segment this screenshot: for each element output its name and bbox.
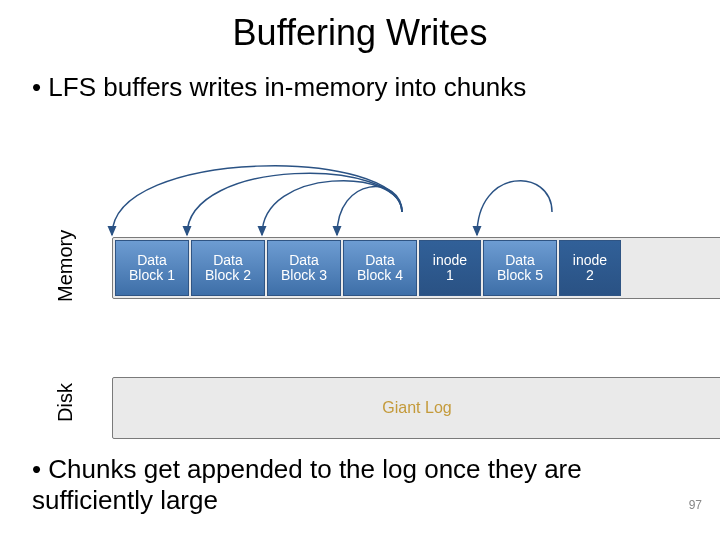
bullet-top: • LFS buffers writes in-memory into chun… (32, 72, 720, 103)
bullet-bottom: • Chunks get appended to the log once th… (32, 454, 680, 516)
bullet-top-text: LFS buffers writes in-memory into chunks (48, 72, 526, 102)
data-block: DataBlock 2 (191, 240, 265, 296)
memory-label: Memory (54, 230, 77, 302)
page-number: 97 (689, 498, 702, 512)
block-line1: Data (484, 253, 556, 268)
block-line1: inode (420, 253, 480, 268)
memory-bar: DataBlock 1DataBlock 2DataBlock 3DataBlo… (112, 237, 720, 299)
disk-label: Disk (54, 383, 77, 422)
block-line1: Data (268, 253, 340, 268)
data-block: DataBlock 5 (483, 240, 557, 296)
block-line2: Block 4 (344, 268, 416, 283)
block-line2: Block 5 (484, 268, 556, 283)
disk-bar: Giant Log (112, 377, 720, 439)
inode-block: inode1 (419, 240, 481, 296)
block-line1: Data (192, 253, 264, 268)
bullet-bottom-text: Chunks get appended to the log once they… (32, 454, 582, 515)
block-line2: 2 (560, 268, 620, 283)
write-arrows (72, 157, 680, 237)
inode-block: inode2 (559, 240, 621, 296)
block-line2: Block 2 (192, 268, 264, 283)
slide: Buffering Writes • LFS buffers writes in… (0, 12, 720, 540)
block-line1: Data (116, 253, 188, 268)
block-line2: 1 (420, 268, 480, 283)
data-block: DataBlock 4 (343, 240, 417, 296)
page-title: Buffering Writes (0, 12, 720, 54)
disk-region-label: Giant Log (113, 399, 720, 417)
block-line2: Block 3 (268, 268, 340, 283)
block-line2: Block 1 (116, 268, 188, 283)
block-line1: Data (344, 253, 416, 268)
data-block: DataBlock 3 (267, 240, 341, 296)
data-block: DataBlock 1 (115, 240, 189, 296)
block-line1: inode (560, 253, 620, 268)
